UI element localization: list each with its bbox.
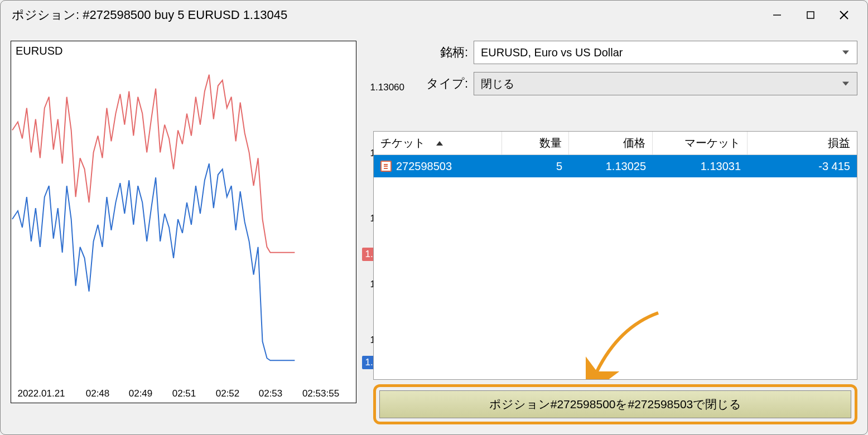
col-price[interactable]: 価格 xyxy=(569,132,653,154)
type-row: タイプ: 閉じる xyxy=(373,72,857,95)
chart-panel: EURUSD 1.13060 1.13050 1.13040 1.13030 1… xyxy=(11,41,356,424)
close-window-button[interactable] xyxy=(827,4,861,26)
svg-rect-1 xyxy=(807,12,814,18)
order-icon xyxy=(380,161,392,172)
ask-line xyxy=(12,75,295,253)
form-panel: 銘柄: EURUSD, Euro vs US Dollar タイプ: 閉じる チ… xyxy=(373,41,857,424)
window-title: ポジション: #272598500 buy 5 EURUSD 1.13045 xyxy=(12,7,760,23)
close-button-highlight: ポジション#272598500を#272598503で閉じる xyxy=(373,384,857,424)
positions-table: チケット 数量 価格 マーケット 損益 272598503 5 1.13025 … xyxy=(373,131,857,380)
titlebar-controls xyxy=(760,4,861,26)
minimize-button[interactable] xyxy=(760,4,794,26)
cell-pl: -3 415 xyxy=(748,160,857,173)
cell-market: 1.13031 xyxy=(653,160,748,173)
arrow-annotation-icon xyxy=(586,310,664,380)
chart-canvas xyxy=(11,41,356,403)
dialog-content: EURUSD 1.13060 1.13050 1.13040 1.13030 1… xyxy=(1,30,867,434)
cell-price: 1.13025 xyxy=(569,160,653,173)
col-market[interactable]: マーケット xyxy=(653,132,748,154)
cell-qty: 5 xyxy=(502,160,569,173)
type-select[interactable]: 閉じる xyxy=(474,72,857,95)
bid-line xyxy=(12,163,295,360)
sort-asc-icon xyxy=(436,141,443,146)
col-qty[interactable]: 数量 xyxy=(502,132,569,154)
symbol-row: 銘柄: EURUSD, Euro vs US Dollar xyxy=(373,41,857,64)
table-row[interactable]: 272598503 5 1.13025 1.13031 -3 415 xyxy=(374,155,857,177)
cell-ticket: 272598503 xyxy=(374,160,502,173)
table-header: チケット 数量 価格 マーケット 損益 xyxy=(374,132,857,155)
col-pl[interactable]: 損益 xyxy=(748,132,857,154)
maximize-button[interactable] xyxy=(794,4,827,26)
symbol-select[interactable]: EURUSD, Euro vs US Dollar xyxy=(474,41,857,64)
col-ticket[interactable]: チケット xyxy=(374,132,502,154)
titlebar: ポジション: #272598500 buy 5 EURUSD 1.13045 xyxy=(1,1,867,30)
price-chart: EURUSD 1.13060 1.13050 1.13040 1.13030 1… xyxy=(11,41,356,403)
close-position-button[interactable]: ポジション#272598500を#272598503で閉じる xyxy=(379,390,851,418)
position-close-dialog: ポジション: #272598500 buy 5 EURUSD 1.13045 E… xyxy=(0,0,868,435)
